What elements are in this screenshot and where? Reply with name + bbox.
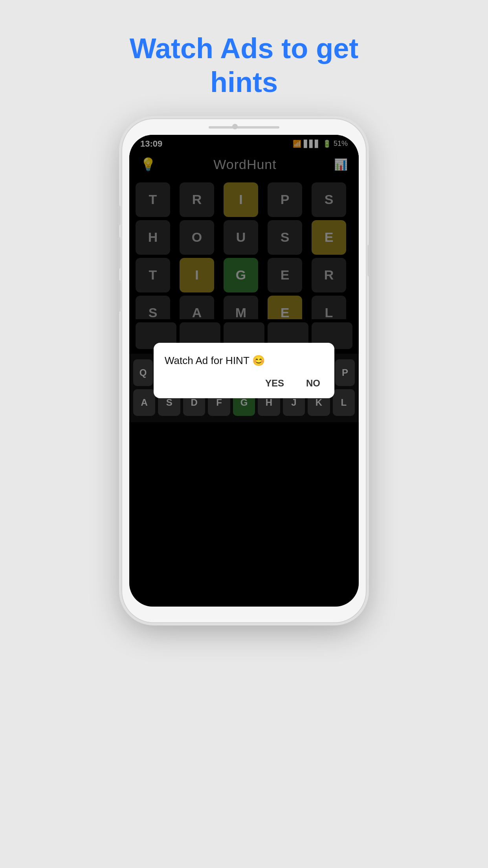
phone-screen: 13:09 📶 ▋▋▋ 🔋 51% 💡 WordHunt 📊 T R I P S	[129, 135, 359, 607]
phone-camera	[232, 124, 238, 129]
dialog-no-button[interactable]: NO	[303, 376, 323, 390]
side-button-power	[367, 245, 370, 276]
side-button-mute	[118, 206, 121, 225]
dialog-yes-button[interactable]: YES	[262, 376, 287, 390]
watch-ad-dialog: Watch Ad for HINT 😊 YES NO	[154, 343, 334, 398]
side-button-volume-down	[118, 280, 121, 312]
dialog-buttons: YES NO	[165, 376, 323, 390]
side-button-volume-up	[118, 237, 121, 268]
page-title: Watch Ads to get hints	[106, 31, 382, 99]
phone-shell: 13:09 📶 ▋▋▋ 🔋 51% 💡 WordHunt 📊 T R I P S	[122, 119, 366, 622]
dialog-message: Watch Ad for HINT 😊	[165, 355, 323, 367]
dialog-overlay: Watch Ad for HINT 😊 YES NO	[129, 135, 359, 607]
